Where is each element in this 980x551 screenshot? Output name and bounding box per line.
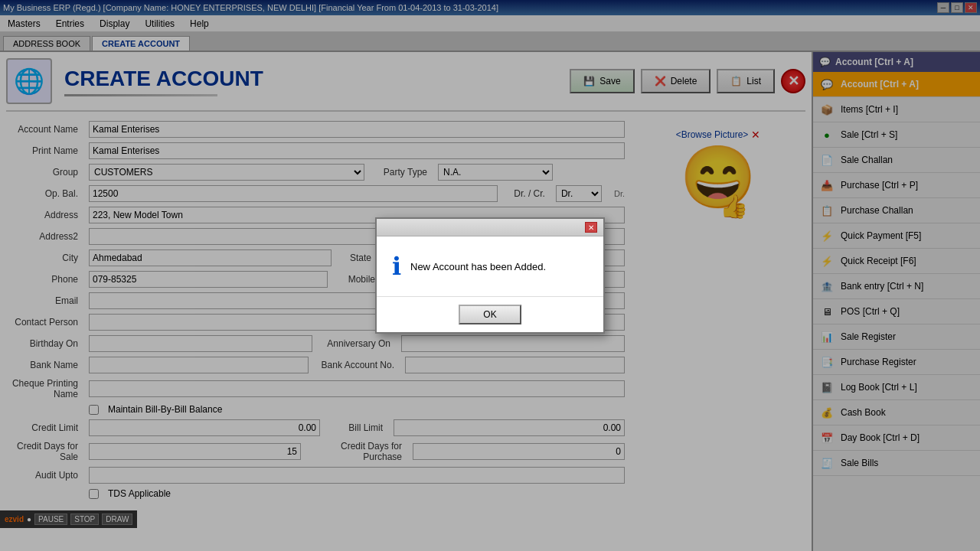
modal-message: New Account has been Added. bbox=[410, 261, 546, 272]
modal-info-icon: ℹ bbox=[392, 252, 401, 281]
modal-title-bar: ✕ bbox=[377, 219, 603, 236]
modal-overlay: ✕ ℹ New Account has been Added. OK bbox=[0, 0, 980, 551]
modal-footer: OK bbox=[377, 296, 603, 332]
modal-ok-button[interactable]: OK bbox=[459, 305, 521, 324]
modal-body: ℹ New Account has been Added. bbox=[377, 236, 603, 296]
modal-dialog: ✕ ℹ New Account has been Added. OK bbox=[375, 217, 605, 334]
modal-close-button[interactable]: ✕ bbox=[585, 222, 597, 233]
